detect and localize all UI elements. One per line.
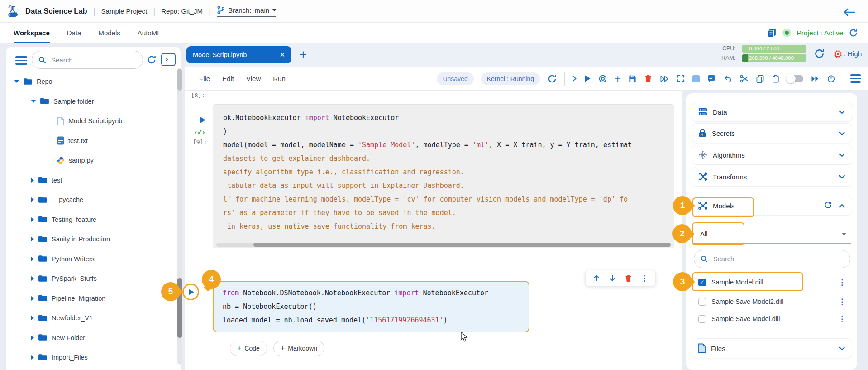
tree-caret-icon[interactable] [31,296,34,301]
tree-caret-icon[interactable] [31,217,34,222]
comments-icon[interactable] [707,74,716,83]
cell-more-options-icon[interactable]: ⋮ [641,274,649,282]
menu-edit[interactable]: Edit [222,75,234,82]
tree-caret-icon[interactable] [31,276,34,281]
cut-icon[interactable] [739,74,749,83]
add-code-cell-button[interactable]: + Code [230,341,267,356]
sidebar-scrollbar-thumb[interactable] [177,69,182,91]
tree-folder-pyspark-stuffs[interactable]: PySpark_Stuffs [5,269,177,288]
nav-tab-automl[interactable]: AutoML [138,23,161,43]
tree-caret-icon[interactable] [31,336,34,340]
chevron-down-icon[interactable] [839,173,845,181]
tree-folder-sanity-in-production[interactable]: Sanity in Production [5,230,177,248]
tree-caret-icon[interactable] [31,178,34,183]
notebook-menu-icon[interactable] [850,74,861,83]
add-tab-button[interactable]: + [300,48,307,62]
chevron-right-icon[interactable] [572,75,577,82]
refresh-kernel-icon[interactable] [547,74,557,84]
tree-folder-newfolder-v1[interactable]: Newfolder_V1 [5,309,177,327]
code-line[interactable]: tabular data as input will support in Ex… [223,179,674,192]
chevron-down-icon[interactable] [839,108,845,116]
autosave-toggle[interactable] [787,75,803,82]
refresh-icon[interactable] [849,28,858,38]
run-cell-icon[interactable] [200,116,205,124]
stop-button[interactable] [692,75,700,82]
tree-caret-icon[interactable] [31,257,34,261]
code-line[interactable]: loaded_model = nb.load_saved_model('1156… [223,313,529,327]
power-icon[interactable] [827,74,835,83]
tree-file-samp-py[interactable]: samp.py [5,151,177,169]
nav-tab-data[interactable]: Data [67,23,81,43]
tree-caret-icon[interactable] [14,80,19,83]
code-line[interactable]: from Notebook.DSNotebook.NotebookExecuto… [223,286,529,300]
section-files[interactable]: Files [692,338,852,358]
section-data[interactable]: Data [692,102,852,122]
tree-folder-pipeline-migration[interactable]: Pipeline_Migration [5,289,177,308]
model-list-item[interactable]: Sample Save Model2.dill⋮ [694,293,850,310]
models-search[interactable] [694,250,850,268]
model-filter-dropdown[interactable]: All [693,225,851,244]
close-icon[interactable]: ✕ [279,51,285,59]
nav-tab-workspace[interactable]: Workspace [14,23,50,43]
tree-file-model-script-ipynb[interactable]: Model Script.ipynb [5,112,177,130]
tree-file-test-txt[interactable]: test.txt [5,132,177,150]
paste-icon[interactable] [772,74,780,83]
fullscreen-icon[interactable] [677,74,685,83]
tree-folder-sample-folder[interactable]: Sample folder [5,92,177,111]
tree-caret-icon[interactable] [31,355,34,360]
code-line[interactable]: nb = NotebookExecutor() [223,300,529,313]
tree-folder-testing-feature[interactable]: Testing_feature [5,211,177,229]
code-cell[interactable]: ok.NotebookExecutor import NotebookExecu… [213,104,674,248]
tree-caret-icon[interactable] [31,100,36,103]
model-options-kebab-icon[interactable]: ⋮ [838,315,846,323]
menu-file[interactable]: File [199,75,210,82]
code-line[interactable]: datasets to get explainer dashboard. [223,152,674,165]
chevron-up-icon[interactable] [839,202,845,210]
model-options-kebab-icon[interactable]: ⋮ [838,298,846,306]
models-search-input[interactable] [712,255,844,263]
add-markdown-cell-button[interactable]: + Markdown [273,341,324,356]
back-arrow-button[interactable] [843,7,855,19]
fast-forward-icon[interactable] [811,75,820,82]
add-cell-button[interactable]: + [615,72,621,85]
section-transforms[interactable]: Transforms [692,167,852,187]
model-list-item[interactable]: Sample Save Model.dill⋮ [694,310,850,327]
refresh-models-icon[interactable] [824,201,832,211]
undo-icon[interactable] [723,74,732,83]
restart-kernel-icon[interactable] [598,74,607,83]
code-line[interactable]: l' for machine learning models, modelTyp… [223,192,674,206]
code-line[interactable]: ) [223,125,674,138]
tree-folder-import-files[interactable]: Import_Files [5,348,177,366]
section-secrets[interactable]: Secrets [692,123,852,143]
notebook-tab[interactable]: Model Script.ipynb ✕ [186,46,291,63]
tree-folder-repo[interactable]: Repo [5,72,177,91]
tree-caret-icon[interactable] [31,237,34,241]
move-cell-down-icon[interactable] [609,274,616,282]
model-list-item[interactable]: ✓Sample Model.dill⋮ [694,274,850,291]
section-algorithms[interactable]: Algorithms [692,145,852,165]
nav-tab-models[interactable]: Models [98,23,120,43]
tree-caret-icon[interactable] [31,316,34,320]
highlighted-code-cell[interactable]: from Notebook.DSNotebook.NotebookExecuto… [213,281,529,332]
copy-icon[interactable] [756,74,764,83]
menu-run[interactable]: Run [273,75,286,82]
checkbox-unchecked[interactable] [698,298,706,306]
horizontal-scrollbar-thumb[interactable] [253,243,671,247]
menu-view[interactable]: View [246,75,261,82]
model-options-kebab-icon[interactable]: ⋮ [838,279,846,286]
code-line[interactable]: in keras, use native save functionality … [223,220,674,233]
branch-selector[interactable]: Branch: main [217,5,276,17]
chevron-down-icon[interactable] [839,151,845,159]
move-cell-up-icon[interactable] [593,274,600,282]
checkbox-unchecked[interactable] [698,315,706,323]
tree-folder-test[interactable]: test [5,171,177,189]
tree-folder-new-folder[interactable]: New Folder [5,329,177,347]
refresh-resources-icon[interactable] [814,48,825,61]
section-models[interactable]: Models [692,196,852,216]
chevron-down-icon[interactable] [839,344,845,352]
pages-icon[interactable] [767,28,777,38]
code-line[interactable]: ok.NotebookExecutor import NotebookExecu… [223,111,674,125]
save-button[interactable] [628,74,637,83]
code-line[interactable]: model(model = model, modelName = 'Sample… [223,138,674,152]
checkbox-checked[interactable]: ✓ [698,279,706,286]
